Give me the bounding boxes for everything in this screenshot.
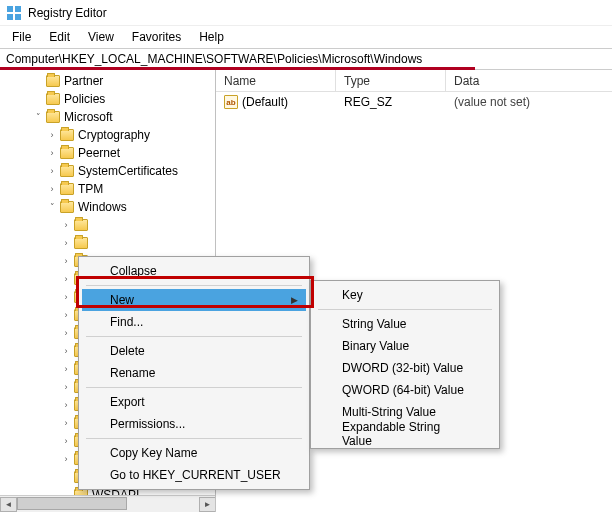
twisty-none	[32, 93, 44, 105]
tree-item[interactable]: ›Peernet	[0, 144, 215, 162]
submenu-item-key[interactable]: Key	[314, 284, 496, 306]
scroll-left-icon[interactable]: ◄	[0, 497, 17, 512]
menu-item-new[interactable]: New▶	[82, 289, 306, 311]
menu-separator	[86, 387, 302, 388]
tree-item[interactable]: ›	[0, 234, 215, 252]
menu-item-label: QWORD (64-bit) Value	[342, 383, 464, 397]
chevron-right-icon[interactable]: ›	[60, 453, 72, 465]
scroll-right-icon[interactable]: ►	[199, 497, 216, 512]
submenu-item-expandable-string-value[interactable]: Expandable String Value	[314, 423, 496, 445]
tree-item[interactable]: Policies	[0, 90, 215, 108]
menu-item-label: Delete	[110, 344, 145, 358]
tree-item[interactable]: ›SystemCertificates	[0, 162, 215, 180]
menu-item-label: String Value	[342, 317, 406, 331]
scroll-thumb[interactable]	[17, 497, 127, 510]
folder-icon	[60, 129, 74, 141]
chevron-right-icon[interactable]: ›	[60, 327, 72, 339]
col-name[interactable]: Name	[216, 70, 336, 91]
menu-item-label: Rename	[110, 366, 155, 380]
context-menu: CollapseNew▶Find...DeleteRenameExportPer…	[78, 256, 310, 490]
chevron-right-icon[interactable]: ›	[60, 363, 72, 375]
menu-separator	[318, 309, 492, 310]
chevron-right-icon[interactable]: ›	[60, 291, 72, 303]
submenu-item-binary-value[interactable]: Binary Value	[314, 335, 496, 357]
scroll-track[interactable]	[17, 497, 199, 512]
col-type[interactable]: Type	[336, 70, 446, 91]
menu-item-label: Key	[342, 288, 363, 302]
submenu-item-dword-bit-value[interactable]: DWORD (32-bit) Value	[314, 357, 496, 379]
menu-item-export[interactable]: Export	[82, 391, 306, 413]
menu-file[interactable]: File	[4, 28, 39, 46]
menu-item-rename[interactable]: Rename	[82, 362, 306, 384]
chevron-down-icon[interactable]: ˅	[46, 201, 58, 213]
chevron-right-icon[interactable]: ›	[46, 147, 58, 159]
folder-icon	[60, 147, 74, 159]
menu-item-label: Go to HKEY_CURRENT_USER	[110, 468, 281, 482]
menu-edit[interactable]: Edit	[41, 28, 78, 46]
folder-icon	[74, 237, 88, 249]
tree-item[interactable]: ˅Microsoft	[0, 108, 215, 126]
tree-item[interactable]: ›	[0, 216, 215, 234]
chevron-right-icon[interactable]: ›	[60, 381, 72, 393]
submenu-arrow-icon: ▶	[291, 295, 298, 305]
context-submenu-new: KeyString ValueBinary ValueDWORD (32-bit…	[310, 280, 500, 449]
menu-item-collapse[interactable]: Collapse	[82, 260, 306, 282]
value-type: REG_SZ	[336, 95, 446, 109]
regedit-icon	[6, 5, 22, 21]
svg-rect-1	[15, 6, 21, 12]
value-row[interactable]: ab (Default) REG_SZ (value not set)	[216, 92, 612, 112]
chevron-right-icon[interactable]: ›	[60, 345, 72, 357]
menu-item-copy-key-name[interactable]: Copy Key Name	[82, 442, 306, 464]
chevron-right-icon[interactable]: ›	[60, 417, 72, 429]
tree-item-label: Microsoft	[64, 110, 113, 124]
menu-item-find-[interactable]: Find...	[82, 311, 306, 333]
chevron-right-icon[interactable]: ›	[60, 255, 72, 267]
menu-favorites[interactable]: Favorites	[124, 28, 189, 46]
chevron-right-icon[interactable]: ›	[60, 399, 72, 411]
menu-help[interactable]: Help	[191, 28, 232, 46]
menu-separator	[86, 438, 302, 439]
chevron-right-icon[interactable]: ›	[60, 219, 72, 231]
menu-separator	[86, 336, 302, 337]
col-data[interactable]: Data	[446, 70, 612, 91]
menu-separator	[86, 285, 302, 286]
tree-item-label: SystemCertificates	[78, 164, 178, 178]
tree-item-label: Partner	[64, 74, 103, 88]
tree-hscrollbar[interactable]: ◄ ►	[0, 495, 216, 512]
titlebar: Registry Editor	[0, 0, 612, 26]
chevron-right-icon[interactable]: ›	[60, 435, 72, 447]
tree-item[interactable]: Partner	[0, 72, 215, 90]
chevron-right-icon[interactable]: ›	[46, 129, 58, 141]
submenu-item-qword-bit-value[interactable]: QWORD (64-bit) Value	[314, 379, 496, 401]
svg-rect-3	[15, 14, 21, 20]
chevron-right-icon[interactable]: ›	[46, 165, 58, 177]
address-input[interactable]	[4, 51, 608, 67]
menu-item-delete[interactable]: Delete	[82, 340, 306, 362]
submenu-item-string-value[interactable]: String Value	[314, 313, 496, 335]
svg-rect-0	[7, 6, 13, 12]
twisty-none	[60, 471, 72, 483]
svg-rect-2	[7, 14, 13, 20]
tree-item[interactable]: ˅Windows	[0, 198, 215, 216]
folder-icon	[46, 93, 60, 105]
tree-item-label: Cryptography	[78, 128, 150, 142]
chevron-down-icon[interactable]: ˅	[32, 111, 44, 123]
menu-item-label: New	[110, 293, 134, 307]
tree-item[interactable]: ›Cryptography	[0, 126, 215, 144]
chevron-right-icon[interactable]: ›	[60, 237, 72, 249]
folder-icon	[60, 201, 74, 213]
tree-item[interactable]: ›TPM	[0, 180, 215, 198]
string-value-icon: ab	[224, 95, 238, 109]
chevron-right-icon[interactable]: ›	[46, 183, 58, 195]
tree-item-label: Peernet	[78, 146, 120, 160]
value-name: (Default)	[242, 95, 288, 109]
menu-view[interactable]: View	[80, 28, 122, 46]
tree-item-label: Windows	[78, 200, 127, 214]
chevron-right-icon[interactable]: ›	[60, 309, 72, 321]
column-headers: Name Type Data	[216, 70, 612, 92]
menu-item-label: Export	[110, 395, 145, 409]
folder-icon	[74, 219, 88, 231]
chevron-right-icon[interactable]: ›	[60, 273, 72, 285]
menu-item-permissions-[interactable]: Permissions...	[82, 413, 306, 435]
menu-item-go-to-hkey-current-user[interactable]: Go to HKEY_CURRENT_USER	[82, 464, 306, 486]
